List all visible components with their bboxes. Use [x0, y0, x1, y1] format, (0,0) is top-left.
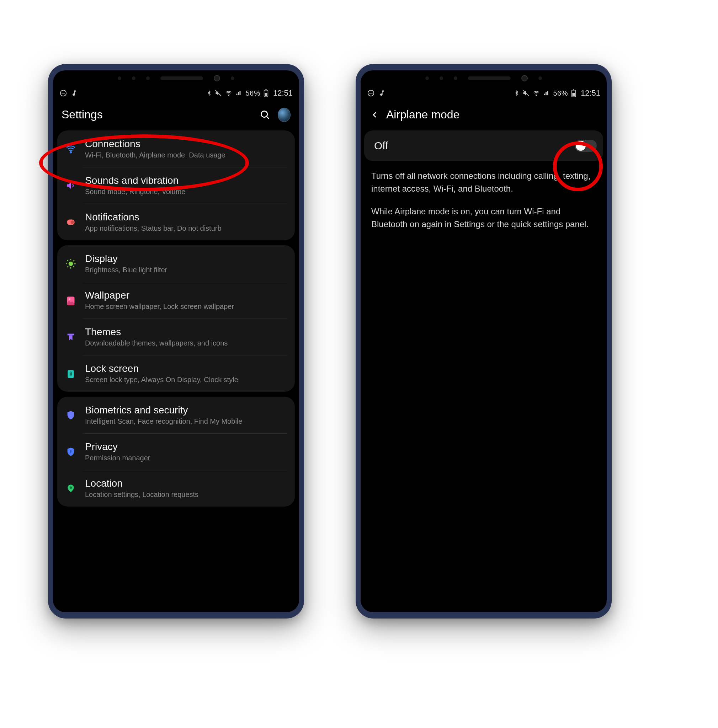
- row-title: Display: [85, 253, 167, 265]
- row-title: Biometrics and security: [85, 405, 242, 416]
- notifications-icon: [64, 216, 77, 229]
- row-title: Sounds and vibration: [85, 175, 185, 186]
- battery-icon: [571, 89, 576, 97]
- wifi-icon: [64, 142, 77, 155]
- row-title: Location: [85, 478, 198, 489]
- row-title: Themes: [85, 326, 228, 338]
- page-title: Airplane mode: [386, 108, 598, 121]
- settings-row-wallpaper[interactable]: Wallpaper Home screen wallpaper, Lock sc…: [57, 282, 295, 318]
- svg-point-22: [69, 298, 70, 300]
- row-subtitle: Sound mode, Ringtone, Volume: [85, 188, 185, 196]
- svg-rect-26: [70, 451, 72, 453]
- account-avatar[interactable]: [278, 109, 291, 121]
- signal-icon: [236, 90, 242, 96]
- settings-row-themes[interactable]: Themes Downloadable themes, wallpapers, …: [57, 318, 295, 355]
- settings-row-privacy[interactable]: Privacy Permission manager: [57, 433, 295, 470]
- svg-point-31: [536, 95, 537, 96]
- settings-group: Display Brightness, Blue light filter Wa…: [57, 245, 295, 392]
- svg-rect-6: [265, 93, 267, 96]
- svg-rect-34: [572, 93, 575, 96]
- phone-frame-right: 56% 12:51 Airplane mode Off: [356, 64, 612, 618]
- privacy-icon: [64, 445, 77, 458]
- settings-row-lockscreen[interactable]: Lock screen Screen lock type, Always On …: [57, 355, 295, 392]
- svg-point-9: [70, 151, 72, 153]
- settings-group: Biometrics and security Intelligent Scan…: [57, 397, 295, 506]
- themes-icon: [64, 330, 77, 343]
- mute-icon: [522, 90, 530, 97]
- screen-right: 56% 12:51 Airplane mode Off: [361, 70, 607, 612]
- wifi-status-icon: [532, 90, 540, 96]
- row-subtitle: Downloadable themes, wallpapers, and ico…: [85, 339, 228, 347]
- row-subtitle: App notifications, Status bar, Do not di…: [85, 224, 222, 232]
- phone-frame-left: 56% 12:51 Settings: [48, 64, 304, 618]
- settings-header: Settings: [53, 100, 299, 130]
- row-subtitle: Location settings, Location requests: [85, 491, 198, 499]
- status-time: 12:51: [273, 89, 293, 98]
- airplane-toggle-row[interactable]: Off: [364, 130, 603, 161]
- battery-percent: 56%: [553, 89, 568, 97]
- hardware-sensors: [53, 70, 299, 86]
- dnd-icon: [367, 89, 375, 97]
- settings-group: Connections Wi-Fi, Bluetooth, Airplane m…: [57, 130, 295, 240]
- wifi-status-icon: [225, 90, 233, 96]
- svg-point-25: [70, 450, 72, 452]
- toggle-state-label: Off: [374, 140, 388, 152]
- dnd-icon: [60, 89, 67, 97]
- music-note-icon: [378, 90, 386, 97]
- svg-line-19: [67, 266, 68, 267]
- display-icon: [64, 257, 77, 270]
- status-bar: 56% 12:51: [361, 86, 607, 100]
- svg-line-8: [267, 116, 269, 119]
- battery-percent: 56%: [245, 89, 260, 97]
- search-button[interactable]: [259, 109, 271, 121]
- location-icon: [64, 482, 77, 495]
- svg-rect-24: [70, 373, 72, 375]
- svg-line-20: [73, 260, 74, 261]
- airplane-header: Airplane mode: [361, 100, 607, 130]
- description-paragraph: While Airplane mode is on, you can turn …: [371, 205, 596, 231]
- row-subtitle: Screen lock type, Always On Display, Clo…: [85, 376, 238, 384]
- row-title: Privacy: [85, 441, 150, 453]
- row-title: Connections: [85, 138, 225, 150]
- bluetooth-icon: [514, 90, 520, 97]
- shield-icon: [64, 409, 77, 422]
- svg-point-3: [228, 95, 229, 96]
- sound-icon: [64, 179, 77, 192]
- settings-row-notifications[interactable]: Notifications App notifications, Status …: [57, 204, 295, 240]
- row-subtitle: Home screen wallpaper, Lock screen wallp…: [85, 303, 234, 310]
- page-title: Settings: [61, 108, 252, 121]
- settings-row-location[interactable]: Location Location settings, Location req…: [57, 470, 295, 506]
- svg-line-16: [73, 266, 74, 267]
- settings-row-biometrics[interactable]: Biometrics and security Intelligent Scan…: [57, 397, 295, 433]
- svg-point-27: [70, 486, 72, 489]
- airplane-toggle[interactable]: [575, 140, 597, 152]
- lock-icon: [64, 367, 77, 380]
- signal-icon: [543, 90, 550, 96]
- row-subtitle: Wi-Fi, Bluetooth, Airplane mode, Data us…: [85, 151, 225, 159]
- status-bar: 56% 12:51: [53, 86, 299, 100]
- music-note-icon: [71, 90, 78, 97]
- row-subtitle: Permission manager: [85, 454, 150, 462]
- settings-row-sounds[interactable]: Sounds and vibration Sound mode, Rington…: [57, 167, 295, 204]
- screen-left: 56% 12:51 Settings: [53, 70, 299, 612]
- svg-rect-5: [265, 89, 267, 90]
- svg-line-15: [67, 260, 68, 261]
- back-button[interactable]: [369, 110, 380, 120]
- svg-point-11: [70, 220, 74, 224]
- row-subtitle: Intelligent Scan, Face recognition, Find…: [85, 418, 242, 425]
- hardware-sensors: [361, 70, 607, 86]
- wallpaper-icon: [64, 294, 77, 307]
- mute-icon: [215, 90, 222, 97]
- settings-list[interactable]: Connections Wi-Fi, Bluetooth, Airplane m…: [53, 130, 299, 612]
- settings-row-display[interactable]: Display Brightness, Blue light filter: [57, 245, 295, 282]
- settings-row-connections[interactable]: Connections Wi-Fi, Bluetooth, Airplane m…: [57, 130, 295, 167]
- row-title: Lock screen: [85, 363, 238, 374]
- row-title: Wallpaper: [85, 290, 234, 301]
- svg-point-12: [69, 262, 72, 266]
- battery-icon: [263, 89, 269, 97]
- row-subtitle: Brightness, Blue light filter: [85, 266, 167, 274]
- svg-rect-33: [573, 89, 574, 90]
- status-time: 12:51: [581, 89, 600, 98]
- bluetooth-icon: [206, 90, 212, 97]
- airplane-description: Turns off all network connections includ…: [361, 170, 607, 241]
